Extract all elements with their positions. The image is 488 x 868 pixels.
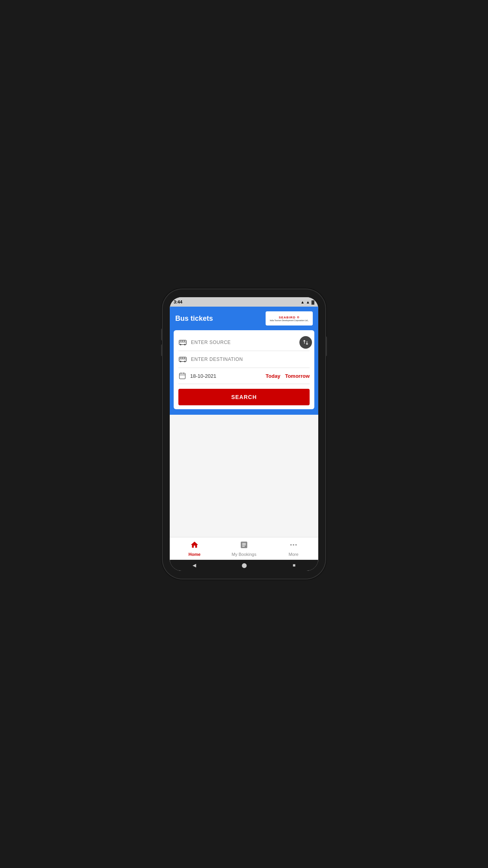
destination-input[interactable] xyxy=(191,357,310,362)
android-home-button[interactable]: ⬤ xyxy=(242,563,247,568)
svg-point-18 xyxy=(290,544,292,546)
nav-item-bookings[interactable]: My Bookings xyxy=(219,537,269,560)
home-icon xyxy=(190,541,199,551)
nav-label-more: More xyxy=(288,552,298,557)
bus-source-icon xyxy=(178,338,187,347)
date-shortcuts: Today Tomorrow xyxy=(266,373,310,379)
svg-point-20 xyxy=(295,544,297,546)
signal-icon: ▲ xyxy=(306,300,310,304)
bus-destination-icon xyxy=(178,355,187,364)
android-recent-button[interactable]: ■ xyxy=(293,563,295,568)
content-area xyxy=(170,415,318,537)
phone-frame: 3:44 ▲ ▲ ▓ Bus tickets SEABIRD ® India T… xyxy=(163,289,325,579)
svg-rect-14 xyxy=(180,373,185,379)
tomorrow-button[interactable]: Tomorrow xyxy=(285,373,310,379)
status-bar: 3:44 ▲ ▲ ▓ xyxy=(170,297,318,307)
app-header: Bus tickets SEABIRD ® India Tourism Deve… xyxy=(170,307,318,330)
search-card: 18-10-2021 Today Tomorrow SEARCH xyxy=(170,330,318,415)
date-row: 18-10-2021 Today Tomorrow xyxy=(178,368,310,384)
logo-name: SEABIRD ® xyxy=(279,316,299,319)
destination-row xyxy=(178,351,310,368)
app-title: Bus tickets xyxy=(175,314,213,323)
swap-button[interactable] xyxy=(299,336,312,349)
bottom-nav: Home My Bookings More xyxy=(170,537,318,560)
phone-screen: 3:44 ▲ ▲ ▓ Bus tickets SEABIRD ® India T… xyxy=(170,297,318,571)
brand-logo: SEABIRD ® India Tourism Development Corp… xyxy=(266,311,313,326)
svg-point-19 xyxy=(293,544,294,546)
today-button[interactable]: Today xyxy=(266,373,280,379)
status-time: 3:44 xyxy=(174,300,182,304)
nav-label-home: Home xyxy=(189,552,201,557)
search-button[interactable]: SEARCH xyxy=(178,389,310,405)
power-button xyxy=(325,337,327,356)
bookings-icon xyxy=(240,541,248,551)
volume-down-button xyxy=(161,344,163,356)
calendar-icon xyxy=(178,372,186,380)
source-row xyxy=(178,334,310,351)
android-back-button[interactable]: ◀ xyxy=(193,563,196,568)
logo-name-text: SEABIRD xyxy=(279,316,295,319)
more-icon xyxy=(289,541,298,551)
search-form: 18-10-2021 Today Tomorrow SEARCH xyxy=(174,330,314,409)
status-icons: ▲ ▲ ▓ xyxy=(301,300,314,304)
svg-point-9 xyxy=(180,361,181,362)
source-input[interactable] xyxy=(191,340,310,345)
nav-item-home[interactable]: Home xyxy=(170,537,219,560)
svg-point-2 xyxy=(180,344,181,345)
svg-point-10 xyxy=(184,361,185,362)
nav-item-more[interactable]: More xyxy=(269,537,318,560)
nav-label-bookings: My Bookings xyxy=(232,552,257,557)
date-display[interactable]: 18-10-2021 xyxy=(190,373,266,379)
battery-icon: ▓ xyxy=(312,300,314,304)
android-nav-bar: ◀ ⬤ ■ xyxy=(170,560,318,571)
wifi-icon: ▲ xyxy=(301,300,305,304)
logo-subtitle: India Tourism Development Corporation Lt… xyxy=(270,319,308,322)
svg-point-3 xyxy=(184,344,185,345)
logo-name-accent: ® xyxy=(297,316,300,319)
volume-up-button xyxy=(161,329,163,340)
